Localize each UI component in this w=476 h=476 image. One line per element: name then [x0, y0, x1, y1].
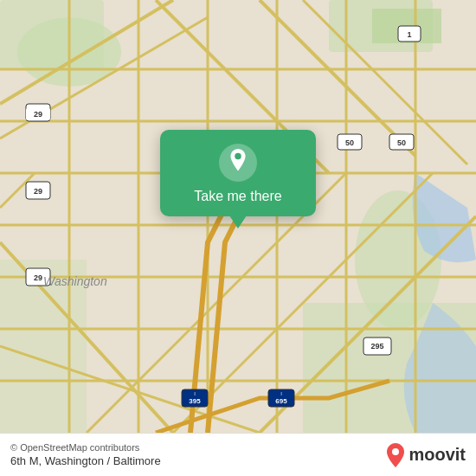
bottom-bar: © OpenStreetMap contributors 6th M, Wash…: [0, 433, 476, 476]
svg-text:395: 395: [189, 397, 201, 405]
popup-label: Take me there: [194, 189, 281, 204]
svg-text:29: 29: [34, 273, 42, 282]
svg-text:295: 295: [370, 342, 383, 351]
svg-text:50: 50: [345, 138, 354, 147]
svg-text:695: 695: [275, 397, 287, 405]
pin-icon-wrapper: [219, 144, 257, 182]
moovit-logo: moovit: [386, 443, 466, 467]
svg-point-56: [392, 448, 399, 455]
svg-text:29: 29: [34, 187, 42, 196]
svg-point-55: [235, 153, 241, 159]
svg-text:Washington: Washington: [43, 274, 107, 288]
location-pin-icon: [227, 149, 249, 177]
popup-card[interactable]: Take me there: [160, 130, 316, 216]
svg-text:50: 50: [397, 138, 406, 147]
attribution-text: © OpenStreetMap contributors: [10, 442, 161, 453]
svg-text:1: 1: [407, 30, 411, 39]
svg-rect-2: [0, 0, 104, 69]
location-label: 6th M, Washington / Baltimore: [10, 454, 161, 467]
moovit-pin-icon: [386, 443, 405, 467]
map-container: US 29 29 29 1 50 50 I 395 I 695 295 Wash…: [0, 0, 476, 433]
svg-text:29: 29: [34, 110, 42, 119]
moovit-logo-text: moovit: [408, 445, 466, 465]
